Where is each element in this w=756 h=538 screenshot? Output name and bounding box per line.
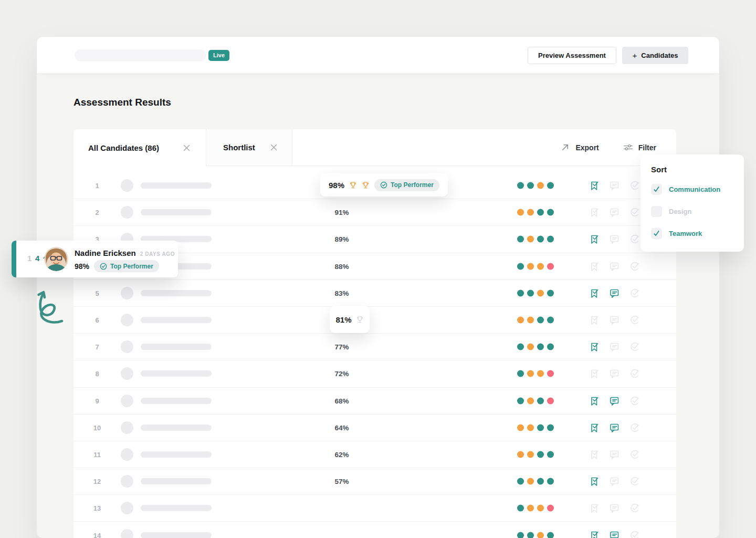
score-dot [537,370,544,377]
sort-option-communication[interactable]: Communication [651,182,733,196]
comment-icon[interactable] [608,449,620,460]
review-check-icon[interactable] [628,341,640,353]
close-tab-icon[interactable] [183,144,190,151]
comment-icon[interactable] [608,475,620,487]
comment-icon[interactable] [608,341,620,353]
table-row[interactable]: 872% [74,360,676,387]
score-dot [527,370,534,377]
bookmark-check-icon[interactable] [589,502,600,514]
comment-icon[interactable] [608,206,620,218]
score-dot [547,317,554,324]
current-rank: 4 [35,254,39,263]
score-dot [547,532,554,538]
table-row[interactable]: 198%Top Performer [74,172,676,199]
tab-all-candidates[interactable]: All Candidates (86) [74,129,206,166]
row-actions [589,502,640,514]
comment-icon[interactable] [608,314,620,326]
bookmark-check-icon[interactable] [589,233,600,245]
check-circle-icon [100,263,107,270]
table-row[interactable]: 14 [74,522,676,538]
bookmark-check-icon[interactable] [589,368,600,379]
checkbox[interactable] [651,206,662,217]
score-dot [547,424,554,431]
bookmark-check-icon[interactable] [589,261,600,272]
filter-button[interactable]: Filter [623,142,656,152]
bookmark-check-icon[interactable] [589,530,600,538]
table-row[interactable]: 291% [74,199,676,226]
comment-icon[interactable] [608,530,620,538]
bookmark-check-icon[interactable] [589,287,600,299]
score-dot [517,370,524,377]
comment-icon[interactable] [608,180,620,191]
avatar-placeholder [121,475,133,488]
score-dots [517,370,554,377]
review-check-icon[interactable] [628,287,640,299]
comment-icon[interactable] [608,233,620,245]
score-tooltip: 81% [330,306,370,333]
row-actions [589,449,640,460]
review-check-icon[interactable] [628,422,640,433]
review-check-icon[interactable] [628,261,640,272]
comment-icon[interactable] [608,261,620,272]
comment-icon[interactable] [608,395,620,407]
score-dot [547,236,554,243]
bookmark-check-icon[interactable] [589,180,600,191]
score-value: 57% [334,478,349,485]
score-value: 83% [334,289,349,297]
review-check-icon[interactable] [628,449,640,460]
bookmark-check-icon[interactable] [589,475,600,487]
bookmark-check-icon[interactable] [589,314,600,326]
review-check-icon[interactable] [628,368,640,379]
table-row[interactable]: 681% [74,307,676,334]
score-dots [517,532,554,538]
bookmark-check-icon[interactable] [589,449,600,460]
score-dot [547,397,554,404]
score-dot [517,505,524,512]
comment-icon[interactable] [608,502,620,514]
table-row[interactable]: 13 [74,495,676,522]
avatar-placeholder [121,287,133,299]
review-check-icon[interactable] [628,314,640,326]
table-row[interactable]: 1064% [74,415,676,441]
rank-number: 13 [88,504,106,512]
bookmark-check-icon[interactable] [589,206,600,218]
close-tab-icon[interactable] [270,144,277,151]
score-dot [537,478,544,485]
table-row[interactable]: 968% [74,388,676,415]
review-check-icon[interactable] [628,475,640,487]
tab-shortlist[interactable]: Shortlist [206,129,292,166]
rank-number: 9 [88,397,106,405]
bookmark-check-icon[interactable] [589,422,600,433]
sort-option-teamwork[interactable]: Teamwork [651,226,733,240]
table-row[interactable]: 777% [74,334,676,360]
review-check-icon[interactable] [628,233,640,245]
review-check-icon[interactable] [628,395,640,407]
checkbox[interactable] [651,228,662,239]
preview-assessment-button[interactable]: Preview Assessment [528,47,616,64]
bookmark-check-icon[interactable] [589,395,600,407]
bookmark-check-icon[interactable] [589,341,600,353]
review-check-icon[interactable] [628,502,640,514]
export-button[interactable]: Export [560,142,598,152]
row-actions [589,395,640,407]
table-row[interactable]: 583% [74,280,676,307]
review-check-icon[interactable] [628,180,640,191]
check-circle-icon [380,181,387,189]
candidate-score: 98% [75,262,89,271]
score-dot [517,424,524,431]
row-actions [589,475,640,487]
review-check-icon[interactable] [628,530,640,538]
candidate-highlight-card[interactable]: 1 4 Nadine Ericksen 2 DAYS AGO [12,241,178,277]
score-dots [517,209,554,216]
sort-option-design[interactable]: Design [651,204,733,218]
comment-icon[interactable] [608,368,620,379]
table-row[interactable]: 1162% [74,441,676,468]
sort-option-label: Communication [669,185,720,193]
comment-icon[interactable] [608,422,620,433]
score-dot [517,209,524,216]
checkbox[interactable] [651,184,662,195]
add-candidates-button[interactable]: + Candidates [622,47,688,64]
comment-icon[interactable] [608,287,620,299]
review-check-icon[interactable] [628,206,640,218]
table-row[interactable]: 1257% [74,468,676,495]
